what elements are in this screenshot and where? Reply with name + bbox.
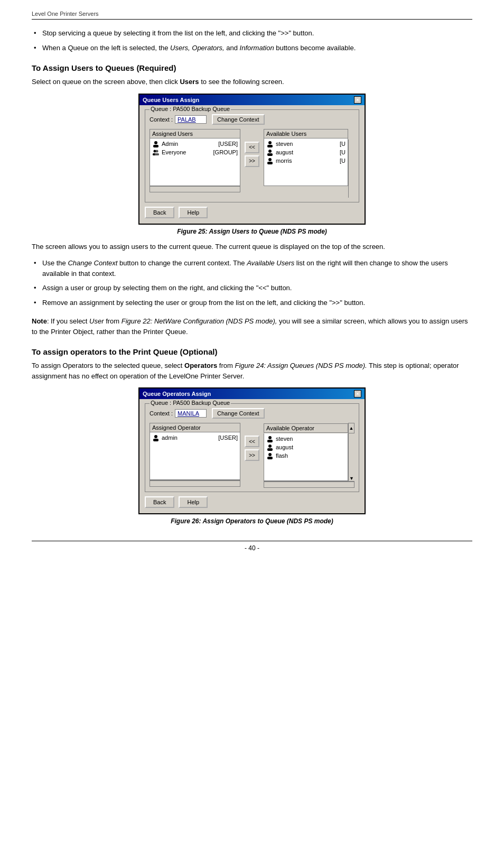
- context-label: Context :: [150, 116, 173, 123]
- change-context-button[interactable]: Change Context: [212, 408, 265, 419]
- available-hscroll[interactable]: [264, 482, 354, 488]
- available-hscroll-row: [264, 481, 354, 487]
- header-title: Level One Printer Servers: [32, 11, 99, 17]
- body-bullet-2: Assign a user or group by selecting them…: [32, 283, 472, 293]
- group-label: Queue : PA500 Backup Queue: [150, 400, 231, 406]
- figure25-container: Queue Users Assign × Queue : PA500 Backu…: [32, 94, 472, 235]
- available-item-name: august: [276, 149, 293, 155]
- svg-point-12: [154, 435, 157, 438]
- intro-bullet-list: Stop servicing a queue by selecting it f…: [32, 28, 472, 53]
- svg-rect-15: [267, 440, 273, 442]
- dialog-queue-users-assign: Queue Users Assign × Queue : PA500 Backu…: [138, 94, 366, 225]
- available-users-header: Available Users: [264, 129, 348, 138]
- arrow-buttons: << >>: [245, 423, 259, 461]
- move-left-button[interactable]: <<: [245, 436, 259, 447]
- dialog-group: Queue : PA500 Backup Queue Context : PAL…: [145, 109, 359, 202]
- dialog-title: Queue Operators Assign: [143, 391, 211, 397]
- available-item-tag: [U: [340, 158, 346, 164]
- list-item[interactable]: Everyone [GROUP]: [151, 148, 239, 156]
- assigned-item-tag: [USER]: [218, 141, 238, 147]
- figure26-caption: Figure 26: Assign Operators to Queue (ND…: [171, 517, 333, 525]
- user-icon: [152, 140, 160, 147]
- list-item[interactable]: august: [265, 443, 347, 451]
- dialog-queue-operators-assign: Queue Operators Assign × Queue : PA500 B…: [138, 387, 366, 514]
- list-item[interactable]: steven [U: [265, 140, 347, 148]
- list-item[interactable]: steven: [265, 434, 347, 443]
- svg-point-8: [268, 150, 272, 153]
- dialog-titlebar: Queue Users Assign ×: [139, 95, 365, 105]
- body-bullet-3: Remove an assignment by selecting the us…: [32, 298, 472, 308]
- user-icon: [266, 157, 274, 164]
- available-users-list[interactable]: steven [U august [U: [264, 138, 348, 186]
- assigned-operator-container: Assigned Operator admin [USER]: [150, 423, 240, 486]
- user-icon: [266, 452, 274, 459]
- available-operator-container: Available Operator ▲ steven: [264, 423, 354, 487]
- move-right-button[interactable]: >>: [245, 449, 259, 461]
- list-item[interactable]: Admin [USER]: [151, 140, 239, 148]
- dialog-footer: Back Help: [145, 496, 359, 508]
- context-value: MANILA: [175, 409, 207, 418]
- context-label: Context :: [150, 410, 173, 417]
- svg-point-14: [268, 436, 272, 439]
- user-icon: [266, 443, 274, 451]
- assigned-operator-list[interactable]: admin [USER]: [150, 432, 240, 480]
- page-number: - 40 -: [245, 544, 259, 552]
- user-icon: [152, 434, 160, 441]
- section2-heading: To assign operators to the Print Queue (…: [32, 347, 472, 356]
- move-left-button[interactable]: <<: [245, 142, 259, 153]
- dialog-title: Queue Users Assign: [143, 97, 199, 103]
- change-context-button[interactable]: Change Context: [212, 114, 265, 125]
- help-button[interactable]: Help: [179, 496, 208, 508]
- dialog-close-button[interactable]: ×: [354, 390, 361, 397]
- intro-bullet-1: Stop servicing a queue by selecting it f…: [32, 28, 472, 39]
- available-operator-list[interactable]: steven august flash: [264, 433, 348, 481]
- help-button[interactable]: Help: [179, 207, 208, 218]
- move-right-button[interactable]: >>: [245, 155, 259, 167]
- available-vscroll[interactable]: [348, 140, 354, 198]
- svg-point-6: [268, 141, 272, 144]
- dialog-group: Queue : PA500 Backup Queue Context : MAN…: [145, 403, 359, 492]
- svg-rect-7: [267, 145, 273, 147]
- dialog-footer: Back Help: [145, 207, 359, 218]
- available-item-name: flash: [276, 452, 288, 459]
- arrow-buttons: << >>: [245, 129, 259, 167]
- context-value: PALAB: [175, 115, 207, 124]
- group-label: Queue : PA500 Backup Queue: [150, 106, 231, 112]
- back-button[interactable]: Back: [145, 207, 174, 218]
- assigned-hscroll[interactable]: [150, 480, 240, 487]
- assigned-item-name: Everyone: [162, 149, 186, 155]
- available-item-name: morris: [276, 158, 292, 164]
- section1-intro: Select on queue on the screen above, the…: [32, 77, 472, 87]
- user-icon: [266, 140, 274, 147]
- intro-bullet-2: When a Queue on the left is selected, th…: [32, 43, 472, 53]
- body-bullet-list: Use the Change Context button to change …: [32, 258, 472, 308]
- list-item[interactable]: flash: [265, 451, 347, 460]
- scroll-up-btn[interactable]: ▲: [348, 423, 354, 433]
- dialog-body: Queue : PA500 Backup Queue Context : MAN…: [139, 399, 365, 513]
- context-row: Context : PALAB Change Context: [150, 114, 354, 125]
- body-bullet-1: Use the Change Context button to change …: [32, 258, 472, 279]
- dialog-close-button[interactable]: ×: [354, 96, 361, 104]
- available-operator-list-wrap: steven august flash: [264, 433, 354, 481]
- group-icon: [152, 149, 160, 156]
- list-item[interactable]: august [U: [265, 148, 347, 156]
- available-vscroll[interactable]: ▼: [348, 433, 354, 481]
- assigned-item-tag: [GROUP]: [213, 149, 238, 155]
- list-item[interactable]: morris [U: [265, 156, 347, 165]
- assigned-hscroll-row: [150, 480, 240, 486]
- svg-rect-5: [155, 153, 159, 155]
- figure26-container: Queue Operators Assign × Queue : PA500 B…: [32, 387, 472, 525]
- available-item-name: steven: [276, 141, 293, 147]
- assigned-hscroll[interactable]: [150, 186, 240, 192]
- assigned-users-list[interactable]: Admin [USER]: [150, 138, 240, 186]
- list-item[interactable]: admin [USER]: [151, 433, 239, 442]
- lists-row: Assigned Operator admin [USER]: [150, 423, 354, 487]
- dialog-body: Queue : PA500 Backup Queue Context : PAL…: [139, 105, 365, 224]
- dialog-titlebar: Queue Operators Assign ×: [139, 388, 365, 399]
- lists-row: Assigned Users Admin [USER]: [150, 129, 354, 198]
- figure25-caption: Figure 25: Assign Users to Queue (NDS PS…: [177, 228, 327, 235]
- back-button[interactable]: Back: [145, 496, 174, 508]
- note-block: Note: If you select User from Figure 22:…: [32, 316, 472, 337]
- svg-rect-1: [153, 145, 158, 147]
- available-item-tag: [U: [340, 149, 346, 155]
